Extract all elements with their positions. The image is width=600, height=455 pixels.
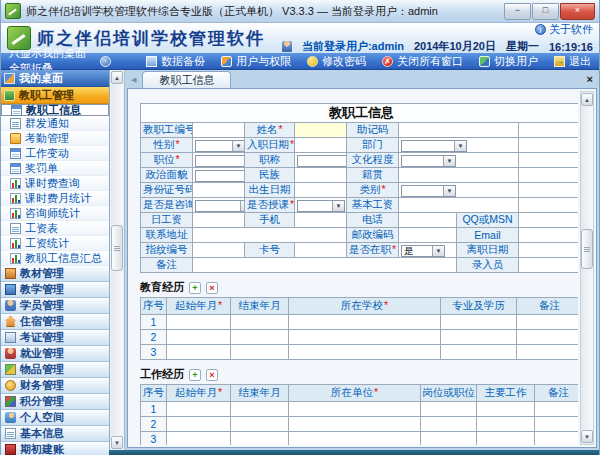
minimize-button[interactable]: − [504,3,531,20]
field-cell[interactable] [193,123,245,138]
toolbar-close-all-button[interactable]: 关闭所有窗口 [382,54,463,69]
toolbar-switch-user-button[interactable]: 切换用户 [479,54,538,69]
field-cell[interactable] [519,138,579,153]
grid-cell[interactable] [477,417,535,432]
grid-cell[interactable] [167,315,231,330]
sidebar-item-课时费月统计[interactable]: 课时费月统计 [1,191,109,206]
sidebar-item-教职工信息汇总[interactable]: 教职工信息汇总 [1,251,109,266]
grid-cell[interactable] [167,345,231,360]
sidebar-group-就业管理[interactable]: 就业管理 [1,346,109,362]
field-cell[interactable] [295,138,347,153]
grid-cell[interactable] [289,432,421,446]
dropdown[interactable]: ▼ [401,155,456,167]
scroll-down-icon[interactable]: ▼ [111,436,123,449]
grid-cell[interactable] [231,345,289,360]
toolbar-backup-button[interactable]: 数据备份 [146,54,205,69]
toolbar-users-button[interactable]: 用户与权限 [221,54,291,69]
field-cell[interactable] [193,213,245,228]
about-software-link[interactable]: i 关于软件 [535,22,593,37]
chevron-down-icon[interactable]: ▼ [443,156,455,166]
scrollbar-thumb[interactable] [581,229,593,269]
grid-cell[interactable] [535,417,579,432]
sidebar-item-工资统计[interactable]: 工资统计 [1,236,109,251]
toolbar-logout-button[interactable]: 退出 [554,54,591,69]
field-cell[interactable] [193,258,457,273]
field-cell[interactable] [399,228,457,243]
field-cell[interactable] [295,243,347,258]
field-cell[interactable] [519,153,579,168]
sidebar-group-教材管理[interactable]: 教材管理 [1,266,109,282]
sidebar-item-工资表[interactable]: 工资表 [1,221,109,236]
dropdown[interactable]: ▼ [297,200,345,212]
sidebar-group-staff-management[interactable]: 教职工管理 [1,87,109,104]
field-cell[interactable] [519,243,579,258]
scroll-down-icon[interactable]: ▼ [581,430,593,443]
chevron-down-icon[interactable]: ▼ [432,246,444,256]
sidebar-group-学员管理[interactable]: 学员管理 [1,298,109,314]
field-cell[interactable] [519,183,579,198]
grid-cell[interactable] [535,402,579,417]
sidebar-group-住宿管理[interactable]: 住宿管理 [1,314,109,330]
tab-scroll-left-icon[interactable]: ◀ [131,76,136,84]
grid-cell[interactable] [289,402,421,417]
tab-staff-info[interactable]: 教职工信息 [142,71,231,88]
grid-cell[interactable] [517,315,579,330]
field-cell[interactable] [295,168,347,183]
dropdown[interactable]: ▼ [195,170,245,182]
sidebar-item-咨询师统计[interactable]: 咨询师统计 [1,206,109,221]
sidebar-group-教学管理[interactable]: 教学管理 [1,282,109,298]
sidebar-group-考证管理[interactable]: 考证管理 [1,330,109,346]
dropdown[interactable]: ▼ [401,185,456,197]
grid-cell[interactable] [289,345,441,360]
grid-cell[interactable] [441,345,517,360]
field-cell[interactable] [193,228,347,243]
grid-cell[interactable] [231,315,289,330]
scrollbar-track[interactable] [111,85,123,435]
grid-cell[interactable] [289,315,441,330]
dropdown[interactable]: ▼ [195,155,245,167]
sidebar-group-期初建账[interactable]: 期初建账 [1,442,109,455]
scroll-up-icon[interactable]: ▲ [111,71,123,84]
field-cell[interactable]: ▼ [193,153,245,168]
sidebar-item-群发通知[interactable]: 群发通知 [1,116,109,131]
field-cell[interactable] [519,258,579,273]
field-cell[interactable]: ▼ [295,153,347,168]
dropdown[interactable]: ▼ [195,140,245,152]
grid-cell[interactable] [477,402,535,417]
grid-cell[interactable] [231,417,289,432]
field-cell[interactable]: ▼ [399,138,519,153]
grid-cell[interactable] [289,330,441,345]
sidebar-group-财务管理[interactable]: 财务管理 [1,378,109,394]
field-cell[interactable] [399,123,519,138]
field-cell[interactable]: ▼ [295,198,347,213]
field-cell[interactable]: ▼ [193,138,245,153]
field-cell[interactable] [519,213,579,228]
sidebar-item-奖罚单[interactable]: 奖罚单 [1,161,109,176]
grid-cell[interactable] [535,432,579,446]
field-cell[interactable]: ▼ [193,168,245,183]
grid-cell[interactable] [421,402,477,417]
chevron-down-icon[interactable]: ▼ [232,141,244,151]
delete-row-icon[interactable]: × [206,282,218,294]
grid-cell[interactable] [231,330,289,345]
field-cell[interactable] [519,198,579,213]
sidebar-group-积分管理[interactable]: 积分管理 [1,394,109,410]
field-cell[interactable] [519,168,579,183]
field-cell[interactable]: ▼ [399,153,519,168]
grid-cell[interactable] [477,432,535,446]
field-cell[interactable] [295,123,347,138]
chevron-down-icon[interactable]: ▼ [443,186,455,196]
toolbar-password-button[interactable]: 修改密码 [307,54,366,69]
field-cell[interactable]: 是▼ [399,243,457,258]
delete-row-icon[interactable]: × [206,369,218,381]
grid-cell[interactable] [441,330,517,345]
field-cell[interactable] [193,243,245,258]
field-cell[interactable] [399,213,457,228]
sidebar-item-教职工信息[interactable]: 教职工信息 [1,104,109,116]
grid-cell[interactable] [289,417,421,432]
field-cell[interactable] [399,198,519,213]
chevron-down-icon[interactable]: ▼ [332,201,344,211]
close-button[interactable]: × [560,3,595,20]
add-row-icon[interactable]: + [189,282,201,294]
scrollbar-track[interactable] [581,107,593,429]
